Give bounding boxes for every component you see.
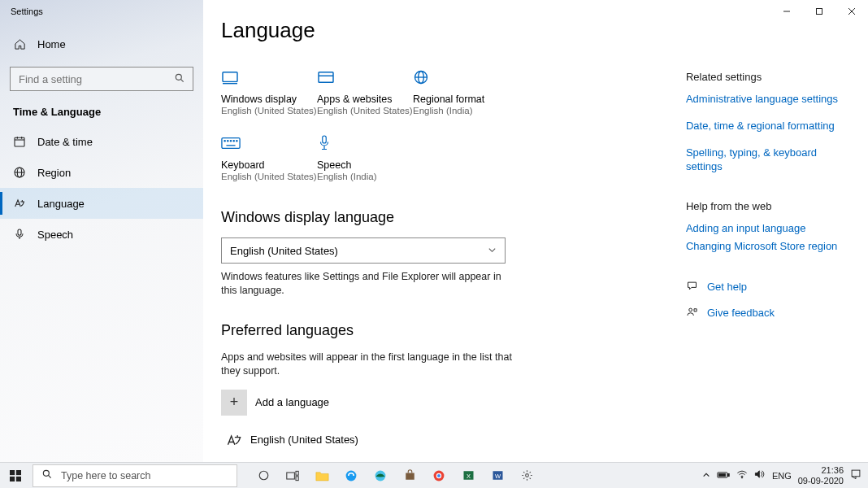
preferred-languages-header: Preferred languages <box>221 322 671 339</box>
dropdown-value: English (United States) <box>230 245 338 257</box>
taskbar-apps: X W <box>249 463 541 489</box>
card-subtitle: English (United States) <box>221 172 317 181</box>
svg-rect-30 <box>10 470 15 475</box>
card-title: Apps & websites <box>317 94 413 105</box>
search-icon <box>174 72 185 86</box>
link-date-time-regional[interactable]: Date, time & regional formatting <box>686 120 852 133</box>
sidebar-group-header: Time & Language <box>0 91 203 126</box>
page-title: Language <box>221 18 852 43</box>
microphone-icon <box>13 228 26 241</box>
card-regional-format[interactable]: Regional format English (India) <box>413 66 509 115</box>
sidebar-item-region[interactable]: Region <box>0 157 203 188</box>
search-icon <box>41 468 53 482</box>
svg-point-22 <box>224 141 225 142</box>
card-title: Windows display <box>221 94 317 105</box>
card-subtitle: English (United States) <box>317 106 413 115</box>
svg-line-35 <box>48 475 50 477</box>
svg-rect-37 <box>287 473 295 479</box>
app-blue-circle-icon[interactable] <box>336 463 366 489</box>
link-changing-store-region[interactable]: Changing Microsoft Store region <box>686 240 852 254</box>
search-wrap <box>10 67 193 91</box>
main-content: Language Windows display English (United… <box>203 0 868 462</box>
add-language-label: Add a language <box>255 396 329 408</box>
help-from-web-header: Help from the web <box>686 200 852 212</box>
edge-icon[interactable] <box>366 463 395 489</box>
home-label: Home <box>37 38 66 50</box>
sidebar-item-date-time[interactable]: Date & time <box>0 126 203 157</box>
cortana-icon[interactable] <box>249 463 278 489</box>
battery-icon[interactable] <box>717 470 730 481</box>
search-input[interactable] <box>10 67 193 91</box>
feedback-icon <box>686 306 699 320</box>
card-apps-websites[interactable]: Apps & websites English (United States) <box>317 66 413 115</box>
globe-icon <box>413 66 509 89</box>
card-subtitle: English (United States) <box>221 106 317 115</box>
svg-rect-38 <box>296 471 298 475</box>
svg-rect-16 <box>319 72 333 83</box>
window-icon <box>317 66 413 89</box>
chrome-icon[interactable] <box>424 463 454 489</box>
keyboard-icon <box>221 132 317 155</box>
link-spelling-typing-keyboard[interactable]: Spelling, typing, & keyboard settings <box>686 146 852 174</box>
svg-point-36 <box>259 471 268 480</box>
language-entry[interactable]: English (United States) <box>221 427 671 453</box>
chevron-down-icon <box>488 245 497 257</box>
svg-point-26 <box>237 141 237 142</box>
home-button[interactable]: Home <box>0 29 203 59</box>
card-keyboard[interactable]: Keyboard English (United States) <box>221 132 317 181</box>
file-explorer-icon[interactable] <box>307 463 336 489</box>
card-windows-display[interactable]: Windows display English (United States) <box>221 66 317 115</box>
give-feedback-row[interactable]: Give feedback <box>686 306 852 320</box>
tray-date: 09-09-2020 <box>798 476 844 486</box>
svg-point-45 <box>437 474 441 477</box>
card-speech[interactable]: Speech English (India) <box>317 132 413 181</box>
wifi-icon[interactable] <box>736 469 748 481</box>
clock-calendar-icon <box>13 135 26 148</box>
task-view-icon[interactable] <box>278 463 307 489</box>
settings-icon[interactable] <box>512 463 541 489</box>
card-title: Speech <box>317 159 413 171</box>
tray-clock[interactable]: 21:36 09-09-2020 <box>798 465 844 485</box>
svg-line-1 <box>180 79 183 81</box>
system-tray: ENG 21:36 09-09-2020 <box>702 463 868 488</box>
volume-icon[interactable] <box>754 469 766 481</box>
add-language-button[interactable]: + Add a language <box>221 390 671 416</box>
start-button[interactable] <box>0 463 31 489</box>
tray-language[interactable]: ENG <box>772 471 792 481</box>
svg-rect-9 <box>18 229 21 235</box>
sidebar-item-language[interactable]: Language <box>0 188 203 219</box>
tray-time: 21:36 <box>798 465 844 475</box>
svg-point-25 <box>233 141 234 142</box>
home-icon <box>13 37 26 50</box>
get-help-row[interactable]: Get help <box>686 280 852 294</box>
svg-text:X: X <box>466 473 470 480</box>
svg-point-29 <box>689 308 692 312</box>
svg-point-24 <box>230 141 231 142</box>
svg-rect-28 <box>323 136 327 143</box>
sidebar-item-speech[interactable]: Speech <box>0 219 203 250</box>
link-admin-language-settings[interactable]: Administrative language settings <box>686 93 852 107</box>
display-language-note: Windows features like Settings and File … <box>221 270 506 298</box>
card-subtitle: English (India) <box>413 106 509 115</box>
store-icon[interactable] <box>395 463 424 489</box>
notifications-icon[interactable] <box>850 468 861 482</box>
tray-chevron-icon[interactable] <box>702 470 710 481</box>
word-icon[interactable]: W <box>483 463 512 489</box>
taskbar-search[interactable]: Type here to search <box>33 464 237 487</box>
card-title: Keyboard <box>221 159 317 171</box>
link-adding-input-language[interactable]: Adding an input language <box>686 222 852 236</box>
display-language-dropdown[interactable]: English (United States) <box>221 237 506 264</box>
language-icon <box>221 427 247 453</box>
svg-point-0 <box>176 74 181 80</box>
language-icon <box>13 197 26 210</box>
microphone-icon <box>317 132 413 155</box>
svg-rect-2 <box>15 137 24 146</box>
give-feedback-link[interactable]: Give feedback <box>707 307 775 320</box>
svg-text:W: W <box>494 473 501 480</box>
svg-rect-33 <box>16 476 21 481</box>
taskbar: Type here to search X W ENG 21:36 09-09-… <box>0 462 868 488</box>
excel-icon[interactable]: X <box>454 463 483 489</box>
sidebar-item-label: Language <box>37 198 85 210</box>
sidebar-item-label: Region <box>37 167 71 179</box>
get-help-link[interactable]: Get help <box>707 281 747 294</box>
